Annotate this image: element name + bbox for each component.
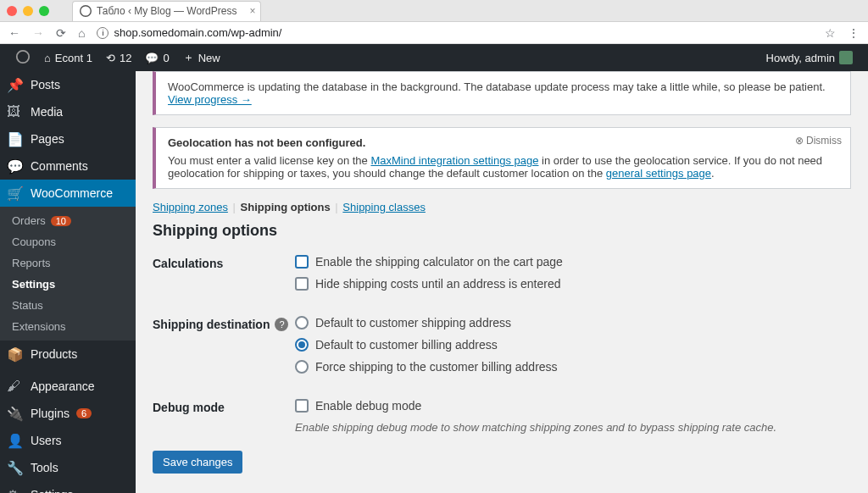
menu-products[interactable]: 📦Products [0, 341, 136, 368]
admin-sidebar: 📌Posts 🖼Media 📄Pages 💬Comments 🛒WooComme… [0, 71, 136, 493]
new-content-menu[interactable]: ＋New [176, 44, 227, 71]
wordpress-icon [15, 49, 31, 67]
option-label: Enable the shipping calculator on the ca… [315, 255, 563, 269]
url-bar[interactable]: i shop.somedomain.com/wp-admin/ [97, 26, 813, 39]
checkbox-hide-costs[interactable] [295, 277, 309, 291]
debug-description: Enable shipping debug mode to show match… [295, 421, 851, 434]
submenu-status[interactable]: Status [0, 295, 136, 316]
comment-icon: 💬 [7, 158, 24, 174]
dismiss-button[interactable]: ⊗Dismiss [795, 135, 842, 147]
plugins-badge: 6 [76, 408, 92, 418]
checkbox-enable-calculator[interactable] [295, 255, 309, 269]
appearance-icon: 🖌 [7, 378, 24, 395]
row-calculations: Calculations Enable the shipping calcula… [153, 255, 851, 299]
dismiss-label: Dismiss [806, 135, 842, 147]
shipping-subtabs: Shipping zones | Shipping options | Ship… [153, 201, 851, 213]
submenu-label: Status [12, 299, 43, 312]
menu-label: Products [31, 347, 77, 361]
close-icon: ⊗ [795, 135, 804, 147]
menu-plugins[interactable]: 🔌Plugins6 [0, 400, 136, 427]
main-content: WooCommerce is updating the database in … [136, 71, 868, 493]
submenu-label: Coupons [12, 235, 56, 248]
menu-posts[interactable]: 📌Posts [0, 71, 136, 98]
notice-geolocation: ⊗Dismiss Geolocation has not been config… [153, 127, 851, 189]
submenu-label: Settings [12, 278, 55, 291]
svg-point-1 [17, 50, 29, 62]
wp-logo-menu[interactable] [8, 44, 37, 71]
menu-users[interactable]: 👤Users [0, 427, 136, 454]
menu-label: Users [31, 434, 62, 447]
radio-force-billing[interactable] [295, 360, 309, 374]
menu-label: Posts [31, 78, 60, 91]
view-progress-link[interactable]: View progress → [168, 93, 252, 106]
home-icon[interactable]: ⌂ [78, 26, 85, 40]
menu-tools[interactable]: 🔧Tools [0, 454, 136, 481]
radio-default-shipping[interactable] [295, 316, 309, 330]
updates-menu[interactable]: ⟲12 [99, 44, 138, 71]
menu-settings[interactable]: ⚙Settings [0, 481, 136, 493]
wp-admin-bar: ⌂Econt 1 ⟲12 💬0 ＋New Howdy, admin [0, 44, 868, 71]
wordpress-icon [80, 5, 92, 17]
account-menu[interactable]: Howdy, admin [760, 44, 860, 71]
plugin-icon: 🔌 [7, 405, 24, 422]
browser-tab[interactable]: Табло ‹ My Blog — WordPress × [72, 1, 261, 21]
checkbox-enable-debug[interactable] [295, 399, 309, 413]
notice-db-update: WooCommerce is updating the database in … [153, 71, 851, 115]
minimize-window-button[interactable] [23, 6, 33, 16]
menu-comments[interactable]: 💬Comments [0, 152, 136, 180]
close-tab-icon[interactable]: × [249, 5, 255, 17]
help-icon[interactable]: ? [275, 318, 288, 331]
menu-media[interactable]: 🖼Media [0, 98, 136, 125]
close-window-button[interactable] [7, 6, 17, 16]
tools-icon: 🔧 [7, 459, 24, 476]
howdy-text: Howdy, admin [766, 52, 835, 64]
site-name-menu[interactable]: ⌂Econt 1 [37, 44, 99, 71]
menu-icon[interactable]: ⋮ [848, 26, 860, 40]
save-changes-button[interactable]: Save changes [153, 451, 242, 474]
back-icon[interactable]: ← [8, 26, 20, 40]
reload-icon[interactable]: ⟳ [56, 26, 66, 40]
orders-badge: 10 [51, 216, 71, 226]
subtab-shipping-zones[interactable]: Shipping zones [153, 201, 228, 213]
update-icon: ⟲ [106, 52, 115, 64]
site-name-label: Econt 1 [55, 52, 92, 64]
menu-label: WooCommerce [31, 186, 113, 200]
menu-appearance[interactable]: 🖌Appearance [0, 373, 136, 400]
avatar [839, 51, 853, 64]
submenu-reports[interactable]: Reports [0, 252, 136, 274]
menu-label: Appearance [31, 379, 95, 393]
label-shipping-destination: Shipping destination [153, 318, 270, 331]
site-info-icon[interactable]: i [97, 27, 108, 39]
radio-default-billing[interactable] [295, 338, 309, 352]
label-calculations: Calculations [153, 255, 295, 270]
users-icon: 👤 [7, 432, 24, 449]
label-debug-mode: Debug mode [153, 399, 295, 414]
menu-label: Tools [31, 461, 58, 474]
menu-pages[interactable]: 📄Pages [0, 125, 136, 152]
general-settings-link[interactable]: general settings page [606, 167, 711, 180]
tab-title: Табло ‹ My Blog — WordPress [97, 5, 236, 17]
subtab-shipping-options[interactable]: Shipping options [241, 201, 331, 213]
comments-menu[interactable]: 💬0 [138, 44, 175, 71]
menu-label: Comments [31, 159, 88, 173]
notice-title: Geolocation has not been configured. [168, 136, 838, 149]
submenu-label: Extensions [12, 320, 66, 333]
maximize-window-button[interactable] [39, 6, 49, 16]
submenu-extensions[interactable]: Extensions [0, 316, 136, 337]
window-titlebar: Табло ‹ My Blog — WordPress × [0, 0, 868, 22]
notice-body: You must enter a valid license key on th… [168, 154, 838, 180]
subtab-shipping-classes[interactable]: Shipping classes [342, 201, 426, 213]
menu-woocommerce[interactable]: 🛒WooCommerce [0, 180, 136, 207]
bookmark-icon[interactable]: ☆ [825, 26, 836, 40]
submenu-settings[interactable]: Settings [0, 274, 136, 295]
submenu-coupons[interactable]: Coupons [0, 231, 136, 252]
woocommerce-icon: 🛒 [7, 185, 24, 202]
comments-count: 0 [163, 52, 169, 64]
submenu-orders[interactable]: Orders10 [0, 210, 136, 231]
svg-point-0 [81, 6, 92, 17]
new-label: New [198, 52, 220, 64]
maxmind-link[interactable]: MaxMind integration settings page [370, 154, 538, 167]
submenu-woocommerce: Orders10 Coupons Reports Settings Status… [0, 207, 136, 341]
forward-icon[interactable]: → [32, 26, 44, 40]
settings-icon: ⚙ [7, 486, 24, 493]
